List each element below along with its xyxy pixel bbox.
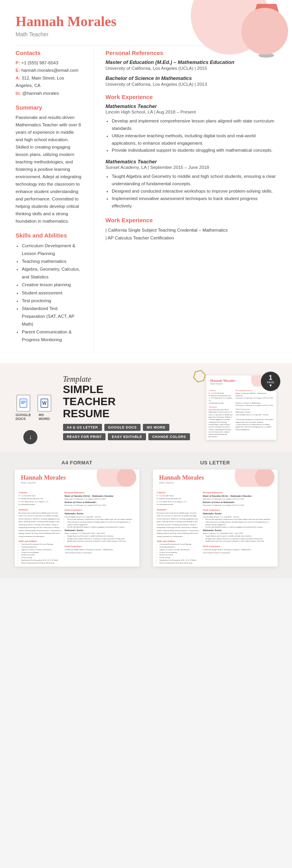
us-skills-title: Skills and Abilities: [157, 540, 200, 542]
a4-card-left: Contacts P: +1 (555) 987-6543E: hannah.m…: [19, 489, 62, 565]
promo-preview: Hannah Morales Math Teacher Contacts P: …: [206, 376, 276, 440]
us-card-left: Contacts P: +1 (555) 987-6543E: hannah.m…: [157, 489, 200, 565]
certification-2: | AP Calculus Teacher Certification: [106, 234, 276, 242]
promo-section: ⬡ GOOGLEDOCS W: [0, 363, 292, 452]
a4-circle-2: [117, 469, 136, 487]
us-summary: Passionate and results-driven Mathematic…: [157, 512, 200, 538]
promo-title-block: Template SIMPLE TEACHER RESUME A4 & US L…: [63, 375, 195, 440]
ms-word-icon: W: [37, 395, 51, 412]
a4-job-1-bullets: Develop and implement comprehensive less…: [65, 518, 135, 529]
a4-job-2-place: Sunset Academy, LA | September 2015 – Ju…: [65, 532, 135, 535]
promo-tags: A4 & US LETTER GOOGLE DOCS MS WORD READY…: [63, 424, 195, 440]
a4-bullet: Develop and implement comprehensive less…: [67, 518, 135, 521]
us-skill: Curriculum Development & Lesson Planning: [160, 543, 200, 546]
address-label: A:: [16, 76, 20, 80]
a4-job-2-role: Mathematics Teacher: [65, 529, 135, 532]
us-format-card: Hannah Morales Math Teacher Contacts P: …: [153, 469, 278, 567]
us-cert-title: Work Experience: [203, 545, 274, 547]
email-label: E:: [16, 68, 20, 73]
a4-work-title: Work Experience: [65, 509, 135, 511]
us-job-1-bullets: Develop and implement comprehensive less…: [203, 518, 274, 529]
a4-ref-2-title: Bachelor of Science in Mathematics: [65, 501, 135, 504]
us-job-1-role: Mathematics Teacher: [203, 512, 274, 515]
us-card-header: Hannah Morales Math Teacher: [153, 469, 278, 487]
us-refs-title: Personal References: [203, 491, 274, 494]
a4-job-1-role: Mathematics Teacher: [65, 512, 135, 515]
job-place-2: Sunset Academy, LA | September 2015 – Ju…: [106, 165, 276, 170]
skill-item: Student assessment: [22, 289, 82, 297]
format-col-us: US LETTER Hannah Morales Math Teacher Co…: [150, 460, 280, 567]
email-value: hannah.morales@email.com: [21, 68, 79, 73]
a4-job-1-place: Lincoln High School, LA | Aug 2018 – Pre…: [65, 515, 135, 519]
a4-skills-list: Curriculum Development & Lesson Planning…: [19, 543, 62, 564]
promo-title-line1: SIMPLE: [63, 383, 104, 395]
resume-header: Hannah Morales Math Teacher: [0, 0, 292, 45]
ref-institution-2: University of California, Los Angeles (U…: [106, 82, 276, 87]
skill-item: Algebra, Geometry, Calculus, and Statist…: [22, 265, 82, 281]
us-bullet: Develop and implement comprehensive less…: [206, 518, 274, 521]
us-ref-2-title: Bachelor of Science in Mathematics: [203, 501, 274, 504]
a4-bullet: Taught Algebra and Geometry to middle an…: [67, 535, 135, 538]
a4-ref-2-inst: University of California, Los Angeles (U…: [65, 504, 135, 507]
us-skill: Student assessment: [160, 554, 200, 556]
a4-contacts: P: +1 (555) 987-6543E: hannah.morales@em…: [19, 494, 62, 506]
scroll-down-button[interactable]: ↓: [23, 430, 37, 444]
mini-body: Contacts P: +1 (555) 987-6543E: hannah.m…: [206, 386, 276, 440]
ref-institution-1: University of California, Los Angeles (U…: [106, 66, 276, 71]
bullet-item: Provide individualized support to studen…: [112, 147, 276, 154]
mini-card-wrapper: Hannah Morales Math Teacher Contacts P: …: [206, 376, 276, 440]
svg-rect-4: [21, 401, 26, 402]
mini-summary-title: Summary: [209, 406, 234, 408]
a4-contacts-title: Contacts: [19, 491, 62, 494]
ref-degree-2: Bachelor of Science in Mathematics: [106, 75, 276, 81]
us-job-2-role: Mathematics Teacher: [203, 529, 274, 532]
a4-skill: Test proctoring: [21, 556, 62, 559]
bullet-item: Designed and conducted interactive works…: [112, 188, 276, 195]
promo-main-title: SIMPLE TEACHER RESUME: [63, 384, 195, 420]
us-circle-2: [255, 469, 274, 487]
resume-body: Contacts P: +1 (555) 987-6543 E: hannah.…: [0, 46, 292, 363]
us-card-body: Contacts P: +1 (555) 987-6543E: hannah.m…: [153, 487, 278, 567]
a4-bullet: Implemented innovative assessment techni…: [67, 540, 135, 543]
a4-bullet: Utilize interactive teaching methods, in…: [67, 521, 135, 526]
google-docs-icon: [16, 395, 30, 412]
tag-print: READY FOR PRINT: [63, 433, 106, 440]
phone-value: +1 (555) 987-6543: [21, 60, 58, 65]
format-previews-section: A4 FORMAT Hannah Morales Math Teacher Co…: [0, 452, 292, 579]
us-summary-title: Summary: [157, 508, 200, 511]
skill-item: Teaching mathematics: [22, 257, 82, 265]
page-arrow: ▼: [269, 384, 273, 388]
job-bullets-1: Develop and implement comprehensive less…: [106, 117, 276, 154]
resume-left-column: Contacts P: +1 (555) 987-6543 E: hannah.…: [0, 46, 93, 352]
mini-work-text: Mathematics TeacherLincoln High School, …: [236, 411, 274, 430]
mini-refs-text: Master of Education (M.Ed.) – Mathematic…: [236, 392, 274, 407]
a4-summary: Passionate and results-driven Mathematic…: [19, 512, 62, 538]
us-cert-items: | California Single Subject Teaching Cre…: [203, 548, 274, 554]
a4-format-label: A4 FORMAT: [62, 460, 92, 466]
a4-card-body: Contacts P: +1 (555) 987-6543E: hannah.m…: [15, 487, 139, 567]
promo-title-line3: RESUME: [63, 407, 110, 420]
page-badge: 1 PAGE ▼: [261, 372, 280, 391]
us-skill: Algebra, Geometry, Calculus, and Statist…: [160, 549, 200, 551]
skill-item: Test proctoring: [22, 297, 82, 305]
format-row: A4 FORMAT Hannah Morales Math Teacher Co…: [12, 460, 280, 567]
google-docs-icon-box: GOOGLEDOCS: [16, 395, 31, 421]
contact-address: A: 312, Main Street, Los Angeles, CA: [16, 74, 82, 90]
page-number: 1: [269, 375, 273, 381]
contact-phone: P: +1 (555) 987-6543: [16, 59, 82, 67]
a4-bullet: Designed and conducted interactive works…: [67, 538, 135, 540]
tag-editable: EASY EDITABLE: [108, 433, 146, 440]
us-bullet: Utilize interactive teaching methods, in…: [206, 521, 274, 526]
job-role-2: Mathematics Teacher: [106, 159, 276, 165]
a4-summary-title: Summary: [19, 508, 62, 511]
us-skills-list: Curriculum Development & Lesson Planning…: [157, 543, 200, 564]
tag-colors: CHANGE COLORS: [148, 433, 190, 440]
contact-linkedin: In: @hannah.morales: [16, 90, 82, 97]
us-work-title: Work Experience: [203, 509, 274, 511]
tag-msword: MS WORD: [143, 424, 169, 431]
us-ref-2-inst: University of California, Los Angeles (U…: [203, 504, 274, 507]
us-bullet: Provide individualized support to studen…: [206, 526, 274, 529]
mini-right: Personal References Master of Education …: [236, 388, 274, 438]
tag-a4: A4 & US LETTER: [63, 424, 102, 431]
bullet-item: Utilize interactive teaching methods, in…: [112, 132, 276, 147]
